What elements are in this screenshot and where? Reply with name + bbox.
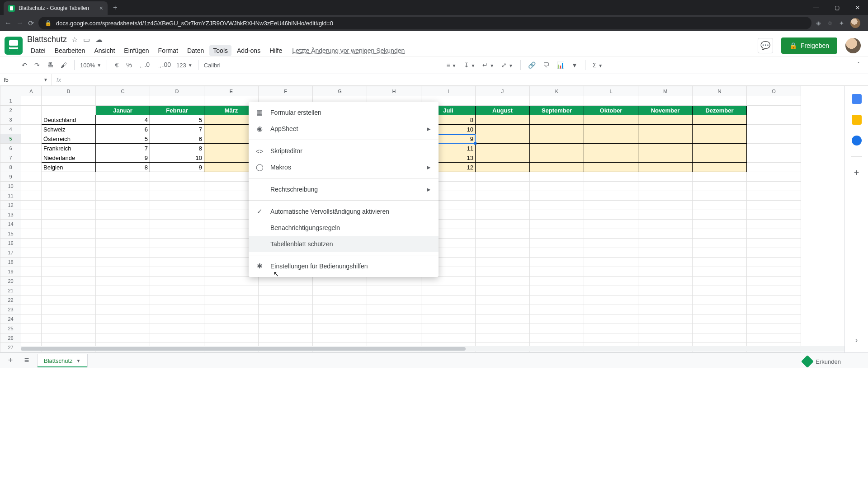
- cell[interactable]: [421, 333, 476, 343]
- cell[interactable]: [638, 134, 693, 144]
- cell[interactable]: [21, 333, 42, 343]
- cell[interactable]: [530, 210, 584, 220]
- cell[interactable]: [150, 191, 204, 201]
- cell[interactable]: 5: [96, 134, 150, 144]
- v-align-button[interactable]: ↧ ▼: [462, 60, 477, 70]
- nav-back-button[interactable]: ←: [5, 19, 12, 27]
- cell[interactable]: [530, 296, 584, 305]
- dropdown-item[interactable]: ▦Formular erstellen: [249, 104, 439, 121]
- chart-button[interactable]: 📊: [555, 60, 566, 70]
- cell[interactable]: [638, 96, 693, 106]
- cell[interactable]: [638, 229, 693, 239]
- currency-button[interactable]: €: [113, 60, 121, 70]
- cell[interactable]: [530, 258, 584, 267]
- cell[interactable]: [42, 258, 96, 267]
- cell[interactable]: [204, 333, 259, 343]
- cell[interactable]: [476, 182, 530, 191]
- cell[interactable]: [747, 220, 801, 229]
- cell[interactable]: [259, 286, 313, 296]
- cell[interactable]: [530, 229, 584, 239]
- dropdown-item[interactable]: ✓Automatische Vervollständigung aktivier…: [249, 203, 439, 220]
- new-tab-button[interactable]: +: [108, 4, 123, 12]
- window-minimize-button[interactable]: —: [806, 0, 826, 15]
- col-header[interactable]: H: [367, 86, 421, 96]
- cell[interactable]: [96, 324, 150, 333]
- cell[interactable]: [747, 258, 801, 267]
- col-header[interactable]: E: [204, 86, 259, 96]
- row-header[interactable]: 8: [0, 163, 21, 172]
- cell[interactable]: [367, 314, 421, 324]
- cell[interactable]: [638, 248, 693, 258]
- row-header[interactable]: 21: [0, 286, 21, 296]
- cell[interactable]: [42, 305, 96, 314]
- cell[interactable]: [530, 144, 584, 153]
- cell[interactable]: [421, 277, 476, 286]
- window-close-button[interactable]: ✕: [847, 0, 868, 15]
- cell[interactable]: [747, 210, 801, 220]
- row-header[interactable]: 2: [0, 106, 21, 115]
- cell[interactable]: [421, 286, 476, 296]
- col-header[interactable]: B: [42, 86, 96, 96]
- cell[interactable]: [150, 267, 204, 277]
- col-header[interactable]: D: [150, 86, 204, 96]
- cell[interactable]: [367, 333, 421, 343]
- nav-reload-button[interactable]: ⟳: [28, 19, 34, 28]
- cell[interactable]: [42, 296, 96, 305]
- dropdown-item[interactable]: Rechtschreibung▶: [249, 181, 439, 197]
- cell[interactable]: [150, 314, 204, 324]
- cell[interactable]: [42, 286, 96, 296]
- month-header[interactable]: September: [530, 106, 584, 115]
- col-header[interactable]: N: [693, 86, 747, 96]
- cell[interactable]: [21, 239, 42, 248]
- col-header[interactable]: A: [21, 86, 42, 96]
- cell[interactable]: [747, 182, 801, 191]
- cell[interactable]: [204, 324, 259, 333]
- cell[interactable]: [21, 210, 42, 220]
- number-format-select[interactable]: 123▼: [176, 62, 193, 69]
- row-header[interactable]: 14: [0, 220, 21, 229]
- cell[interactable]: [96, 201, 150, 210]
- cell[interactable]: [96, 172, 150, 182]
- sheets-logo-icon[interactable]: [5, 37, 23, 55]
- cell[interactable]: [747, 314, 801, 324]
- menu-datei[interactable]: Datei: [27, 45, 49, 56]
- menu-tools[interactable]: Tools: [209, 45, 231, 56]
- cell[interactable]: [693, 248, 747, 258]
- cell[interactable]: 6: [150, 134, 204, 144]
- cell[interactable]: [259, 324, 313, 333]
- month-header[interactable]: Oktober: [584, 106, 638, 115]
- cell[interactable]: [204, 286, 259, 296]
- cell[interactable]: [42, 96, 96, 106]
- cell[interactable]: [693, 286, 747, 296]
- address-bar[interactable]: 🔒 docs.google.com/spreadsheets/d/1z4GXBe…: [38, 17, 811, 29]
- row-header[interactable]: 3: [0, 115, 21, 125]
- cell[interactable]: [476, 333, 530, 343]
- row-header[interactable]: 9: [0, 172, 21, 182]
- row-header[interactable]: 24: [0, 314, 21, 324]
- dropdown-item[interactable]: ✱Einstellungen für Bedienungshilfen: [249, 258, 439, 274]
- menu-ansicht[interactable]: Ansicht: [90, 45, 118, 56]
- cell[interactable]: [96, 267, 150, 277]
- rotate-button[interactable]: ⤢ ▼: [500, 60, 515, 70]
- cell[interactable]: [693, 333, 747, 343]
- cell[interactable]: [21, 134, 42, 144]
- month-header[interactable]: Februar: [150, 106, 204, 115]
- cell[interactable]: [42, 220, 96, 229]
- cell[interactable]: [747, 239, 801, 248]
- cell[interactable]: [42, 239, 96, 248]
- cell[interactable]: [476, 324, 530, 333]
- cell[interactable]: [584, 125, 638, 134]
- comments-button[interactable]: 💬: [758, 38, 773, 53]
- country-label[interactable]: Deutschland: [42, 115, 96, 125]
- cell[interactable]: [638, 191, 693, 201]
- cell[interactable]: [584, 277, 638, 286]
- cell[interactable]: 8: [96, 163, 150, 172]
- last-edit-link[interactable]: Letzte Änderung vor wenigen Sekunden: [292, 47, 405, 54]
- cell[interactable]: [530, 220, 584, 229]
- cell[interactable]: [693, 172, 747, 182]
- cell[interactable]: [21, 248, 42, 258]
- cell[interactable]: [693, 324, 747, 333]
- calendar-icon[interactable]: [852, 94, 862, 104]
- cell[interactable]: [693, 125, 747, 134]
- row-header[interactable]: 20: [0, 277, 21, 286]
